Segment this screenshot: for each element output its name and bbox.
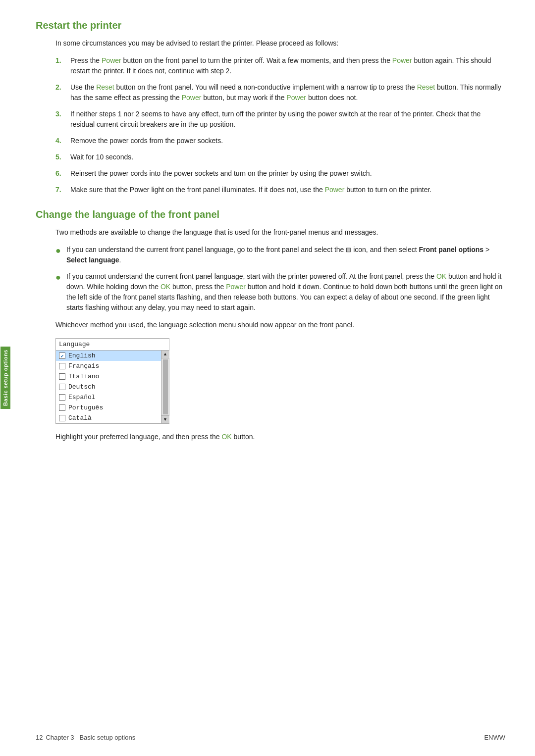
page-container: Basic setup options Restart the printer … — [0, 0, 535, 756]
lang-label-francais: Français — [68, 362, 99, 370]
restart-section-title: Restart the printer — [36, 20, 505, 31]
footer-left: 12 Chapter 3 Basic setup options — [36, 734, 135, 741]
lang-label-portugues: Português — [68, 404, 103, 411]
ok-text-2a: OK — [436, 272, 446, 280]
lang-label-espanol: Español — [68, 394, 96, 401]
ok-text-2b: OK — [160, 283, 170, 291]
step-6-number: 6. — [55, 168, 70, 179]
lang-checkbox-deutsch — [59, 384, 65, 390]
lang-checkbox-portugues — [59, 404, 65, 411]
lang-label-deutsch: Deutsch — [68, 383, 96, 391]
lang-label-italiano: Italiano — [68, 373, 99, 380]
lang-scrollbar-container: ✔ English Français Italiano — [56, 351, 169, 423]
bullet-dot-2: ● — [55, 271, 66, 313]
language-selector-container: Language ✔ English Français I — [55, 338, 505, 424]
footer-page-number: 12 — [36, 734, 43, 741]
page-footer: 12 Chapter 3 Basic setup options ENWW — [11, 734, 535, 741]
restart-steps-list: 1. Press the Power button on the front p… — [55, 55, 505, 195]
lang-item-francais[interactable]: Français — [56, 361, 161, 371]
language-selector[interactable]: Language ✔ English Français I — [55, 338, 169, 424]
lang-checkbox-english: ✔ — [59, 353, 65, 359]
restart-intro: In some circumstances you may be advised… — [55, 38, 505, 49]
bullet-2-text: If you cannot understand the current fro… — [66, 271, 505, 313]
lang-label-catala: Català — [68, 414, 92, 422]
power-text-2d: Power — [286, 94, 306, 101]
lang-checkbox-italiano — [59, 373, 65, 380]
step-1-text: Press the Power button on the front pane… — [70, 55, 505, 76]
front-panel-icon: ⊟ — [346, 246, 351, 253]
scrollbar-down-button[interactable]: ▼ — [161, 415, 169, 423]
lang-item-portugues[interactable]: Português — [56, 403, 161, 413]
bullet-1: ● If you can understand the current fron… — [55, 245, 505, 265]
language-selector-header: Language — [56, 339, 169, 351]
scrollbar-up-button[interactable]: ▲ — [161, 351, 169, 358]
language-bullets: ● If you can understand the current fron… — [55, 245, 505, 313]
lang-items-area: ✔ English Français Italiano — [56, 351, 161, 423]
language-intro: Two methods are available to change the … — [55, 227, 505, 238]
step-4: 4. Remove the power cords from the power… — [55, 136, 505, 146]
reset-text-2a: Reset — [96, 83, 114, 91]
step-3: 3. If neither steps 1 nor 2 seems to hav… — [55, 109, 505, 130]
step-5-number: 5. — [55, 152, 70, 162]
step-1-number: 1. — [55, 55, 70, 76]
power-text-1b: Power — [392, 56, 412, 64]
step-1: 1. Press the Power button on the front p… — [55, 55, 505, 76]
step-7-number: 7. — [55, 185, 70, 195]
step-4-number: 4. — [55, 136, 70, 146]
step-4-text: Remove the power cords from the power so… — [70, 136, 505, 146]
step-7: 7. Make sure that the Power light on the… — [55, 185, 505, 195]
footer-chapter-label: Chapter 3 Basic setup options — [46, 734, 135, 741]
power-text-7: Power — [325, 186, 345, 194]
lang-item-catala[interactable]: Català — [56, 413, 161, 423]
footer-locale: ENWW — [484, 734, 505, 741]
lang-checkbox-catala — [59, 415, 65, 421]
reset-text-2b: Reset — [417, 83, 435, 91]
lang-checkbox-francais — [59, 363, 65, 369]
power-text-2c: Power — [182, 94, 202, 101]
bullet-1-text: If you can understand the current front … — [66, 245, 505, 265]
lang-item-deutsch[interactable]: Deutsch — [56, 382, 161, 392]
step-6: 6. Reinsert the power cords into the pow… — [55, 168, 505, 179]
step-5-text: Wait for 10 seconds. — [70, 152, 505, 162]
bullet-dot-1: ● — [55, 245, 66, 265]
step-3-text: If neither steps 1 nor 2 seems to have a… — [70, 109, 505, 130]
step-5: 5. Wait for 10 seconds. — [55, 152, 505, 162]
language-caption: Highlight your preferred language, and t… — [55, 432, 505, 442]
main-content: Restart the printer In some circumstance… — [11, 0, 535, 756]
step-6-text: Reinsert the power cords into the power … — [70, 168, 505, 179]
after-bullets-text: Whichever method you used, the language … — [55, 320, 505, 330]
ok-text-caption: OK — [221, 433, 231, 441]
step-3-number: 3. — [55, 109, 70, 130]
lang-label-english: English — [68, 352, 96, 359]
step-7-text: Make sure that the Power light on the fr… — [70, 185, 505, 195]
step-2-text: Use the Reset button on the front panel.… — [70, 82, 505, 103]
select-language-label: Select language — [66, 256, 119, 264]
lang-item-italiano[interactable]: Italiano — [56, 371, 161, 382]
step-2-number: 2. — [55, 82, 70, 103]
scrollbar-track[interactable] — [163, 359, 168, 414]
lang-item-english[interactable]: ✔ English — [56, 351, 161, 361]
side-tab-wrapper: Basic setup options — [0, 0, 11, 756]
front-panel-options-label: Front panel options — [419, 246, 483, 253]
lang-item-espanol[interactable]: Español — [56, 392, 161, 403]
language-section-title: Change the language of the front panel — [36, 209, 505, 220]
bullet-2: ● If you cannot understand the current f… — [55, 271, 505, 313]
power-text-2e: Power — [226, 283, 246, 291]
side-tab: Basic setup options — [0, 347, 10, 409]
lang-checkbox-espanol — [59, 394, 65, 401]
step-2: 2. Use the Reset button on the front pan… — [55, 82, 505, 103]
lang-scrollbar[interactable]: ▲ ▼ — [161, 351, 169, 423]
power-text-1a: Power — [102, 56, 121, 64]
